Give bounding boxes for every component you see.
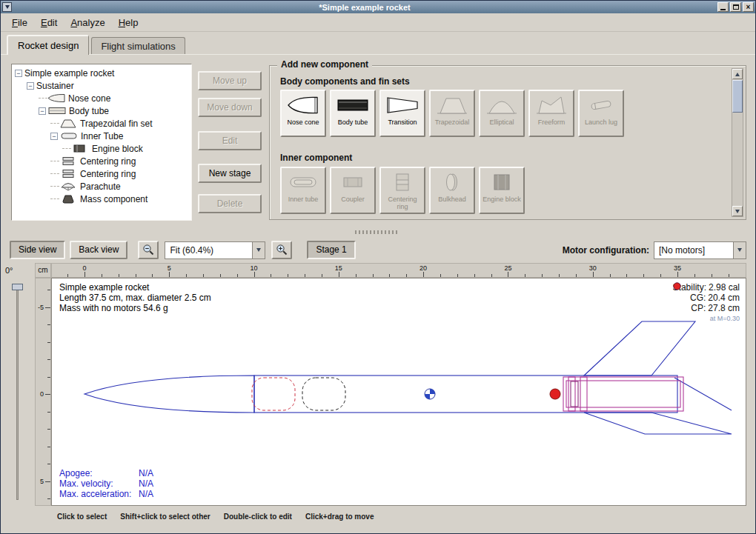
menu-edit[interactable]: Edit [36, 15, 62, 30]
motor-configuration-label: Motor configuration: [563, 245, 649, 256]
motor-select-arrow[interactable] [733, 242, 746, 258]
add-elliptical-button[interactable]: Elliptical [479, 90, 525, 137]
window-controls: × [717, 2, 754, 12]
h-ruler-label: 30 [589, 264, 597, 272]
collapse-icon[interactable]: − [27, 82, 34, 90]
collapse-icon[interactable]: − [50, 133, 58, 140]
stage-1-toggle[interactable]: Stage 1 [307, 241, 355, 259]
add-launch-lug-button[interactable]: Launch lug [578, 90, 624, 137]
back-view-button[interactable]: Back view [70, 241, 127, 259]
window-frame-bottom [1, 524, 755, 533]
rocket-design-panel: −Simple example rocket−SustainerNose con… [1, 55, 755, 227]
scroll-down-icon[interactable] [732, 206, 743, 216]
component-tree[interactable]: −Simple example rocket−SustainerNose con… [11, 64, 192, 221]
coupler-icon [336, 171, 369, 193]
flight-data-label: Max. velocity: [59, 478, 139, 489]
component-button-label: Nose cone [287, 119, 319, 126]
move-up-button[interactable]: Move up [198, 71, 262, 90]
add-engine-block-button[interactable]: Engine block [479, 167, 525, 214]
rotation-slider[interactable] [12, 284, 24, 500]
new-stage-button[interactable]: New stage [198, 164, 262, 183]
cg-marker [425, 389, 435, 399]
add-coupler-button[interactable]: Coupler [330, 167, 376, 214]
tree-item-inner-tube[interactable]: −Inner Tube [12, 130, 191, 142]
tree-item-trapezoidal-fin-set[interactable]: Trapezoidal fin set [12, 117, 191, 130]
view-toolbar: Side view Back view Fit (60.4%) Stage 1 … [1, 237, 755, 263]
minimize-icon [720, 9, 726, 10]
scrollbar-thumb[interactable] [732, 80, 743, 113]
add-inner-tube-button[interactable]: Inner tube [280, 167, 326, 214]
elliptical-fin-icon [485, 94, 518, 116]
tree-item-simple-example-rocket[interactable]: −Simple example rocket [12, 67, 191, 79]
flight-data-value: N/A [139, 489, 153, 499]
move-down-button[interactable]: Move down [198, 98, 262, 117]
zoom-out-button[interactable] [138, 241, 159, 259]
close-button[interactable]: × [743, 2, 754, 12]
fin-projected-outline [584, 413, 732, 434]
tree-item-body-tube[interactable]: −Body tube [12, 104, 191, 117]
tree-item-sustainer[interactable]: −Sustainer [12, 79, 191, 92]
window-menu-icon[interactable] [2, 2, 12, 12]
tree-item-engine-block[interactable]: Engine block [12, 142, 191, 155]
h-ruler-label: 15 [335, 264, 342, 272]
rocket-canvas[interactable]: Simple example rocket Length 37.5 cm, ma… [51, 278, 746, 506]
parachute-outline [252, 378, 295, 410]
menu-analyze[interactable]: Analyze [65, 15, 110, 30]
tree-item-label: Centering ring [80, 169, 136, 179]
rotation-value: 0° [5, 266, 29, 275]
menu-help[interactable]: Help [113, 15, 144, 30]
add-body-tube-button[interactable]: Body tube [330, 90, 376, 137]
window-title: *Simple example rocket [13, 3, 716, 12]
v-ruler-label: -5 [38, 304, 44, 311]
tab-flight-simulations[interactable]: Flight simulations [91, 37, 185, 54]
scroll-up-icon[interactable] [732, 69, 743, 79]
minimize-button[interactable] [717, 2, 729, 12]
tree-item-centering-ring[interactable]: Centering ring [12, 167, 191, 180]
edit-button[interactable]: Edit [198, 131, 262, 150]
v-ruler-label: 0 [40, 390, 44, 398]
collapse-icon[interactable]: − [15, 70, 22, 77]
rotation-slider-thumb[interactable] [12, 284, 23, 290]
tree-item-parachute[interactable]: Parachute [12, 180, 191, 193]
engine-block-outline [571, 381, 578, 407]
tree-item-centering-ring[interactable]: Centering ring [12, 155, 191, 167]
motor-configuration-select[interactable]: [No motors] [654, 241, 746, 259]
flight-data: Apogee:N/AMax. velocity:N/AMax. accelera… [59, 468, 153, 499]
tree-item-label: Simple example rocket [24, 68, 114, 79]
split-pane-divider[interactable] [1, 227, 755, 237]
add-freeform-button[interactable]: Freeform [528, 90, 574, 137]
tree-item-nose-cone[interactable]: Nose cone [12, 92, 191, 104]
close-icon: × [746, 4, 751, 11]
status-bar: Click to selectShift+click to select oth… [1, 509, 755, 524]
vertical-ruler: -505 [35, 278, 51, 506]
zoom-select[interactable]: Fit (60.4%) [165, 241, 265, 259]
side-view-button[interactable]: Side view [10, 241, 65, 259]
add-trapezoidal-button[interactable]: Trapezoidal [429, 90, 475, 137]
zoom-in-button[interactable] [271, 241, 292, 259]
component-button-label: Trapezoidal [435, 119, 470, 126]
add-nose-cone-button[interactable]: Nose cone [280, 90, 326, 137]
component-panel-scrollbar[interactable] [732, 68, 743, 217]
add-component-panel: Add new component Body components and fi… [269, 65, 746, 220]
transition-icon [386, 94, 419, 116]
tree-item-mass-component[interactable]: Mass component [12, 193, 191, 205]
flight-data-value: N/A [139, 478, 153, 489]
add-transition-button[interactable]: Transition [379, 90, 425, 137]
zoom-select-arrow[interactable] [252, 242, 265, 258]
menu-file[interactable]: File [7, 15, 33, 30]
add-centering-ring-button[interactable]: Centering ring [379, 167, 425, 214]
rocket-dimensions: Length 37.5 cm, max. diameter 2.5 cm [59, 293, 211, 303]
inner-tube-icon [287, 171, 319, 193]
add-bulkhead-button[interactable]: Bulkhead [429, 167, 475, 214]
tab-rocket-design[interactable]: Rocket design [7, 35, 89, 55]
h-ruler-label: 10 [251, 264, 258, 272]
group-label-inner-component: Inner component [280, 153, 352, 163]
cg-label: CG: [690, 293, 706, 303]
delete-button[interactable]: Delete [198, 194, 262, 213]
titlebar[interactable]: *Simple example rocket × [1, 1, 755, 13]
maximize-button[interactable] [730, 2, 741, 12]
horizontal-ruler: 05101520253035 [51, 263, 746, 278]
flight-data-label: Max. acceleration: [59, 489, 139, 499]
collapse-icon[interactable]: − [39, 107, 46, 115]
divider-grip-icon[interactable] [355, 230, 399, 234]
